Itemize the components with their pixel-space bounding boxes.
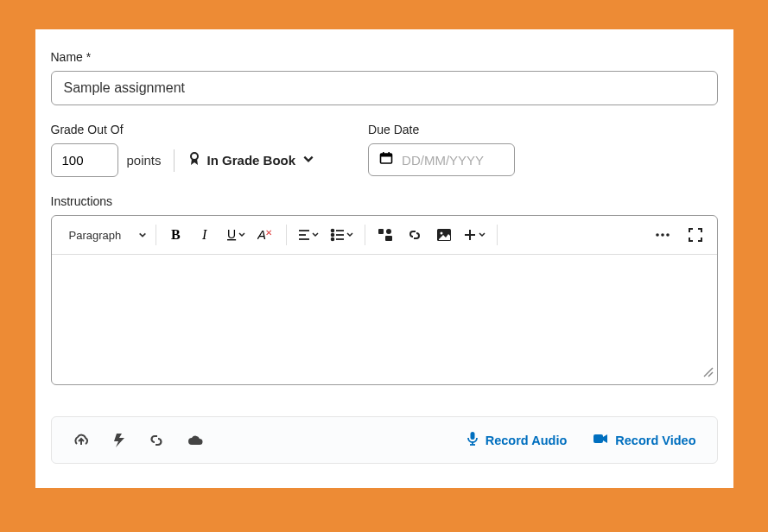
align-button[interactable] [295, 223, 321, 247]
grade-col: Grade Out Of points In Grade Book [51, 123, 317, 177]
record-audio-button[interactable]: Record Audio [467, 431, 568, 449]
quicklink-icon[interactable] [112, 433, 126, 448]
svg-point-28 [666, 233, 670, 237]
cloud-attach-icon[interactable] [187, 434, 204, 447]
attachment-bar: Record Audio Record Video [51, 416, 718, 464]
image-button[interactable] [433, 223, 455, 247]
svg-rect-3 [383, 152, 384, 155]
due-date-col: Due Date [368, 123, 515, 177]
points-label: points [127, 153, 162, 168]
rich-text-editor: Paragraph B I U [51, 215, 718, 385]
in-grade-book-text: In Grade Book [207, 153, 296, 168]
svg-rect-19 [378, 229, 384, 234]
svg-point-15 [332, 238, 334, 241]
record-audio-label: Record Audio [486, 434, 568, 447]
chevron-down-icon [302, 153, 314, 168]
svg-line-30 [708, 372, 713, 377]
due-date-label: Due Date [368, 123, 515, 136]
link-attach-icon[interactable] [149, 433, 164, 448]
clear-format-button[interactable]: A✕ [255, 223, 277, 247]
record-video-button[interactable]: Record Video [593, 433, 695, 447]
svg-text:✕: ✕ [265, 228, 272, 238]
svg-text:B: B [171, 227, 181, 242]
upload-icon[interactable] [73, 433, 90, 448]
svg-rect-4 [388, 152, 390, 155]
link-button[interactable] [403, 223, 426, 247]
underline-button[interactable]: U [224, 223, 248, 247]
svg-text:I: I [201, 227, 207, 242]
svg-point-20 [386, 229, 391, 234]
insert-group [367, 223, 495, 247]
fullscreen-button[interactable] [684, 223, 707, 247]
microphone-icon [467, 431, 479, 449]
insert-more-button[interactable] [462, 223, 488, 247]
bold-button[interactable]: B [165, 223, 187, 247]
name-input[interactable] [51, 71, 718, 105]
resize-handle-icon[interactable] [701, 365, 714, 381]
svg-point-13 [332, 230, 334, 232]
more-actions-button[interactable] [651, 223, 674, 247]
record-actions: Record Audio Record Video [467, 431, 696, 449]
editor-toolbar: Paragraph B I U [52, 216, 717, 255]
svg-rect-21 [385, 236, 392, 241]
grade-row: points In Grade Book [51, 143, 317, 177]
assignment-form: Name * Grade Out Of points In Grade Book [35, 29, 733, 488]
grade-out-of-label: Grade Out Of [51, 123, 317, 136]
insert-stuff-button[interactable] [374, 223, 397, 247]
svg-point-26 [656, 233, 659, 237]
svg-rect-34 [593, 434, 603, 443]
paragraph-style-label: Paragraph [69, 229, 122, 242]
ribbon-icon [188, 152, 200, 168]
text-format-group: B I U A✕ [158, 223, 284, 247]
due-date-input[interactable] [402, 153, 504, 168]
toolbar-separator [497, 225, 498, 245]
due-date-field[interactable] [368, 143, 515, 176]
grade-input[interactable] [51, 143, 118, 177]
svg-rect-31 [470, 432, 474, 440]
name-label: Name * [51, 50, 718, 64]
paragraph-style-select[interactable]: Paragraph [62, 225, 155, 245]
instructions-label: Instructions [51, 194, 718, 208]
italic-button[interactable]: I [194, 223, 217, 247]
calendar-icon [379, 151, 393, 168]
editor-content[interactable] [52, 255, 717, 384]
video-camera-icon [593, 433, 608, 447]
svg-point-14 [332, 234, 334, 237]
chevron-down-icon [138, 229, 147, 242]
svg-point-0 [191, 153, 198, 160]
toolbar-separator [365, 225, 365, 245]
instructions-section: Instructions Paragraph B I [51, 194, 718, 385]
vertical-divider [174, 149, 175, 172]
svg-rect-2 [381, 154, 392, 157]
record-video-label: Record Video [615, 434, 695, 447]
paragraph-group [289, 223, 363, 247]
list-button[interactable] [328, 223, 356, 247]
grade-and-date-row: Grade Out Of points In Grade Book Due Da… [51, 123, 718, 177]
attachment-icons [73, 433, 204, 448]
svg-point-27 [661, 233, 664, 237]
toolbar-separator [286, 225, 287, 245]
svg-point-23 [441, 232, 443, 235]
svg-line-29 [704, 368, 713, 377]
toolbar-separator [156, 225, 156, 245]
svg-text:U: U [227, 227, 236, 241]
in-grade-book-dropdown[interactable]: In Grade Book [187, 149, 317, 172]
